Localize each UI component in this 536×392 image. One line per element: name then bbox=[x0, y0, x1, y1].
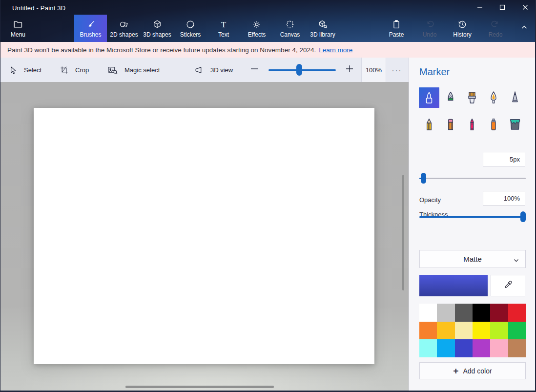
learn-more-link[interactable]: Learn more bbox=[319, 46, 352, 54]
toolbar-text-label: Text bbox=[218, 31, 229, 38]
edit-toolbar: Select Crop Magic select 3D view bbox=[0, 58, 409, 82]
drawing-canvas[interactable] bbox=[34, 108, 374, 364]
opacity-slider[interactable] bbox=[419, 211, 526, 222]
toolbar-redo-label: Redo bbox=[489, 31, 503, 38]
brush-pixel-pen[interactable] bbox=[505, 87, 525, 108]
palette-swatch[interactable] bbox=[508, 339, 526, 357]
vertical-scrollbar[interactable] bbox=[402, 175, 404, 290]
toolbar-2d-shapes[interactable]: 2D shapes bbox=[107, 15, 141, 42]
more-options-button[interactable]: ··· bbox=[387, 58, 407, 82]
crop-icon bbox=[60, 65, 69, 75]
palette-swatch[interactable] bbox=[490, 304, 508, 322]
zoom-out-icon bbox=[250, 64, 259, 75]
toolbar-text[interactable]: T Text bbox=[207, 15, 240, 42]
brush-watercolor[interactable] bbox=[483, 87, 504, 108]
canvas-icon bbox=[285, 19, 295, 30]
thickness-slider-thumb[interactable] bbox=[421, 173, 426, 184]
palette-swatch[interactable] bbox=[437, 304, 454, 322]
magic-select-label: Magic select bbox=[124, 66, 160, 74]
toolbar-brushes-label: Brushes bbox=[80, 31, 101, 38]
maximize-button[interactable] bbox=[491, 0, 514, 15]
redo-icon bbox=[490, 19, 501, 30]
palette-swatch[interactable] bbox=[473, 339, 490, 357]
palette-swatch[interactable] bbox=[455, 304, 473, 322]
palette-swatch[interactable] bbox=[437, 339, 454, 357]
toolbar-effects[interactable]: Effects bbox=[240, 15, 273, 42]
magic-select-icon bbox=[107, 65, 118, 75]
brush-oil-brush[interactable] bbox=[462, 87, 482, 108]
palette-swatch[interactable] bbox=[455, 322, 473, 340]
pencil-icon bbox=[422, 117, 436, 132]
toolbar-paste[interactable]: Paste bbox=[380, 15, 413, 42]
brush-marker[interactable] bbox=[419, 87, 439, 108]
collapse-ribbon-button[interactable] bbox=[514, 20, 535, 37]
palette-swatch[interactable] bbox=[473, 304, 490, 322]
close-button[interactable] bbox=[514, 0, 536, 15]
eyedropper-button[interactable] bbox=[491, 275, 525, 296]
palette-swatch[interactable] bbox=[419, 304, 437, 322]
add-color-button[interactable]: + Add color bbox=[419, 362, 526, 379]
palette-swatch[interactable] bbox=[455, 339, 473, 357]
horizontal-scrollbar[interactable] bbox=[125, 386, 274, 388]
opacity-label: Opacity bbox=[419, 196, 441, 204]
brush-crayon[interactable] bbox=[462, 114, 482, 135]
3d-library-icon bbox=[317, 19, 328, 30]
toolbar-brushes[interactable]: Brushes bbox=[74, 15, 107, 42]
palette-swatch[interactable] bbox=[490, 322, 508, 340]
chevron-down-icon bbox=[513, 257, 519, 265]
finish-dropdown[interactable]: Matte bbox=[419, 250, 526, 268]
crop-label: Crop bbox=[75, 66, 89, 74]
palette-swatch[interactable] bbox=[419, 339, 437, 357]
current-color-swatch[interactable] bbox=[419, 275, 488, 296]
toolbar-history[interactable]: History bbox=[446, 15, 479, 42]
toolbar-canvas[interactable]: Canvas bbox=[273, 15, 307, 42]
workspace bbox=[0, 82, 409, 392]
toolbar-menu[interactable]: Menu bbox=[4, 15, 32, 42]
toolbar-redo[interactable]: Redo bbox=[479, 15, 512, 42]
palette-swatch[interactable] bbox=[473, 322, 490, 340]
toolbar-3d-shapes-label: 3D shapes bbox=[143, 31, 171, 38]
zoom-slider-thumb[interactable] bbox=[296, 64, 302, 76]
ellipsis-icon: ··· bbox=[392, 66, 402, 74]
brush-spray-can[interactable] bbox=[483, 114, 504, 135]
toolbar-stickers-label: Stickers bbox=[180, 31, 201, 38]
palette-swatch[interactable] bbox=[419, 322, 437, 340]
palette-swatch[interactable] bbox=[437, 322, 454, 340]
maximize-icon bbox=[499, 4, 505, 10]
pixel-pen-icon bbox=[508, 90, 522, 105]
thickness-input[interactable] bbox=[483, 152, 525, 166]
zoom-percentage[interactable]: 100% bbox=[361, 58, 386, 82]
brush-calligraphy-pen[interactable] bbox=[440, 87, 461, 108]
text-icon: T bbox=[218, 19, 229, 30]
svg-text:T: T bbox=[221, 20, 226, 29]
palette-swatch[interactable] bbox=[490, 339, 508, 357]
palette-swatch[interactable] bbox=[508, 304, 526, 322]
toolbar-stickers[interactable]: Stickers bbox=[174, 15, 207, 42]
select-cursor-icon bbox=[8, 65, 18, 75]
paint3d-window: Untitled - Paint 3D Menu Brushes bbox=[0, 0, 536, 392]
opacity-input[interactable] bbox=[483, 191, 525, 206]
toolbar-effects-label: Effects bbox=[248, 31, 266, 38]
zoom-in-button[interactable] bbox=[344, 64, 355, 75]
zoom-out-button[interactable] bbox=[249, 64, 260, 75]
toolbar-3d-library[interactable]: 3D library bbox=[306, 15, 339, 42]
opacity-slider-thumb[interactable] bbox=[520, 211, 526, 222]
brush-eraser[interactable] bbox=[440, 114, 461, 135]
fill-icon bbox=[508, 117, 522, 132]
3d-view-icon bbox=[194, 65, 204, 75]
palette-swatch[interactable] bbox=[508, 322, 526, 340]
zoom-slider[interactable] bbox=[268, 64, 336, 76]
3d-view-button[interactable]: 3D view bbox=[194, 58, 233, 82]
brush-pencil[interactable] bbox=[419, 114, 439, 135]
3d-view-label: 3D view bbox=[210, 66, 233, 74]
select-button[interactable]: Select bbox=[8, 58, 41, 82]
minimize-button[interactable] bbox=[469, 0, 491, 15]
zoom-in-icon bbox=[345, 64, 354, 75]
brush-fill[interactable] bbox=[505, 114, 525, 135]
color-palette bbox=[419, 304, 526, 357]
magic-select-button[interactable]: Magic select bbox=[107, 58, 160, 82]
crop-button[interactable]: Crop bbox=[60, 58, 89, 82]
thickness-slider[interactable] bbox=[419, 173, 526, 184]
toolbar-undo[interactable]: Undo bbox=[413, 15, 446, 42]
toolbar-3d-shapes[interactable]: 3D shapes bbox=[141, 15, 174, 42]
